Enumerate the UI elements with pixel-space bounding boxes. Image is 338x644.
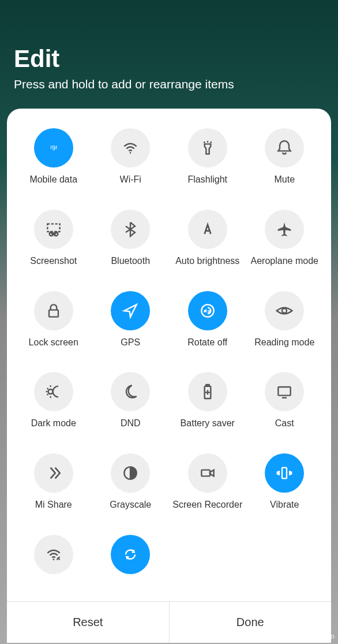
- sync-icon[interactable]: [111, 535, 150, 574]
- wifi-icon[interactable]: [111, 128, 150, 167]
- rotate-icon[interactable]: [188, 291, 227, 330]
- tile-label: Flashlight: [188, 174, 227, 185]
- bluetooth-icon[interactable]: [111, 210, 150, 249]
- footer: Reset Done: [7, 601, 331, 643]
- tile-mobile-data[interactable]: ı6ıMobile data: [15, 124, 92, 205]
- tile-label: Cast: [275, 418, 294, 429]
- tile-airplane[interactable]: Aeroplane mode: [246, 205, 324, 286]
- svg-rect-8: [206, 385, 209, 386]
- tile-label: Vibrate: [270, 500, 299, 510]
- eye-icon[interactable]: [265, 291, 304, 330]
- tile-cast[interactable]: Cast: [246, 367, 324, 449]
- tile-label: Auto brightness: [175, 256, 239, 266]
- tile-label: GPS: [121, 337, 140, 348]
- tile-label: DND: [121, 418, 141, 429]
- lock-icon[interactable]: [34, 291, 73, 330]
- tiles-panel: ı6ıMobile dataWi-FiFlashlightMuteScreens…: [7, 109, 331, 643]
- screenshot-icon[interactable]: [34, 210, 73, 249]
- tile-lock[interactable]: Lock screen: [15, 286, 92, 368]
- tile-sync[interactable]: [92, 530, 170, 601]
- svg-point-5: [282, 308, 287, 313]
- svg-rect-12: [282, 468, 287, 479]
- tile-recorder[interactable]: Screen Recorder: [169, 449, 246, 530]
- airplane-icon[interactable]: [265, 210, 304, 249]
- mobile-data-icon[interactable]: ı6ı: [34, 128, 73, 167]
- flashlight-icon[interactable]: [188, 128, 227, 167]
- reset-button[interactable]: Reset: [7, 602, 170, 643]
- tile-brightness-a[interactable]: Auto brightness: [169, 205, 246, 286]
- tile-wifi-edit[interactable]: [15, 530, 92, 601]
- tile-vibrate[interactable]: Vibrate: [246, 449, 324, 530]
- svg-rect-11: [201, 470, 210, 477]
- tile-share[interactable]: Mi Share: [15, 449, 92, 530]
- tile-label: Wi-Fi: [120, 174, 141, 185]
- tile-eye[interactable]: Reading mode: [246, 286, 324, 368]
- tile-battery[interactable]: Battery saver: [169, 367, 246, 449]
- svg-point-0: [130, 152, 132, 154]
- tile-label: Mute: [274, 174, 295, 185]
- tile-label: Screen Recorder: [172, 500, 242, 510]
- tile-label: Aeroplane mode: [251, 256, 318, 266]
- location-icon[interactable]: [111, 291, 150, 330]
- tile-dark-mode[interactable]: Dark mode: [15, 367, 92, 449]
- watermark: wsxdn.com: [300, 632, 335, 641]
- battery-icon[interactable]: [188, 372, 227, 411]
- svg-rect-3: [49, 310, 58, 317]
- cast-icon[interactable]: [265, 372, 304, 411]
- tile-grayscale[interactable]: Grayscale: [92, 449, 170, 530]
- tile-bluetooth[interactable]: Bluetooth: [92, 205, 170, 286]
- wifi-edit-icon[interactable]: [34, 535, 73, 574]
- tile-flashlight[interactable]: Flashlight: [169, 124, 246, 205]
- svg-point-6: [48, 389, 52, 394]
- tile-label: Mi Share: [35, 500, 72, 510]
- moon-icon[interactable]: [111, 372, 150, 411]
- tile-screenshot[interactable]: Screenshot: [15, 205, 92, 286]
- grayscale-icon[interactable]: [111, 453, 150, 493]
- brightness-a-icon[interactable]: [188, 210, 227, 249]
- tile-label: Mobile data: [29, 174, 77, 185]
- tile-label: Rotate off: [187, 337, 227, 348]
- vibrate-icon[interactable]: [265, 453, 304, 493]
- share-icon[interactable]: [34, 453, 73, 493]
- tile-label: Bluetooth: [111, 256, 150, 266]
- tile-label: Dark mode: [31, 418, 76, 429]
- dark-mode-icon[interactable]: [34, 372, 73, 411]
- tile-moon[interactable]: DND: [92, 367, 170, 449]
- page-title: Edit: [14, 45, 324, 73]
- header: Edit Press and hold to add or rearrange …: [0, 0, 338, 103]
- tile-location[interactable]: GPS: [92, 286, 170, 368]
- tile-wifi[interactable]: Wi-Fi: [92, 124, 170, 205]
- svg-point-13: [52, 559, 54, 560]
- svg-rect-9: [279, 387, 291, 396]
- tile-label: Battery saver: [181, 418, 235, 429]
- tile-bell[interactable]: Mute: [246, 124, 324, 205]
- tile-label: Grayscale: [110, 500, 151, 510]
- recorder-icon[interactable]: [188, 453, 227, 493]
- tile-label: Screenshot: [30, 256, 77, 266]
- tile-rotate[interactable]: Rotate off: [169, 286, 246, 368]
- bell-icon[interactable]: [265, 128, 304, 167]
- tile-label: Lock screen: [29, 337, 78, 348]
- tile-label: Reading mode: [254, 337, 314, 348]
- page-subtitle: Press and hold to add or rearrange items: [14, 77, 324, 91]
- tiles-grid: ı6ıMobile dataWi-FiFlashlightMuteScreens…: [15, 124, 323, 601]
